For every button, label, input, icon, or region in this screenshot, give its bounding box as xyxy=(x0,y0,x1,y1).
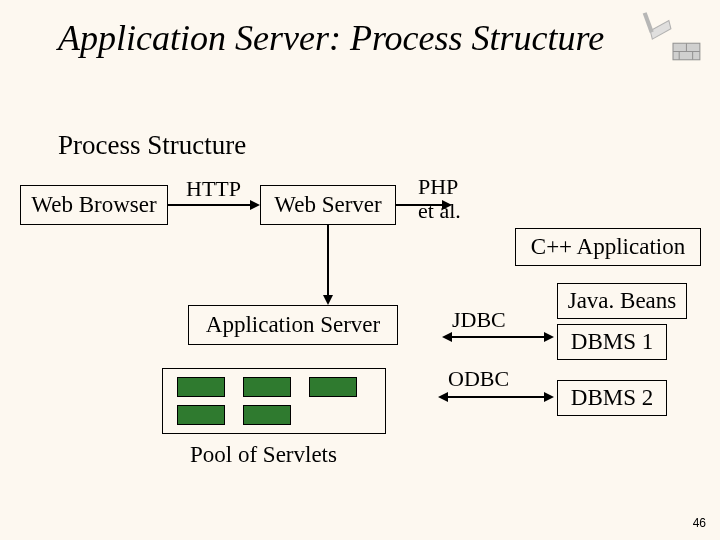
servlet-icon xyxy=(177,377,225,397)
edge-label-jdbc: JDBC xyxy=(452,307,506,333)
edge-label-php: PHPet al. xyxy=(418,175,461,223)
building-blocks-icon xyxy=(642,8,704,64)
node-label: DBMS 2 xyxy=(571,385,653,411)
servlet-icon xyxy=(243,405,291,425)
node-web-server: Web Server xyxy=(260,185,396,225)
svg-rect-6 xyxy=(643,12,654,33)
edge-label-http: HTTP xyxy=(186,176,241,202)
node-web-browser: Web Browser xyxy=(20,185,168,225)
node-application-server: Application Server xyxy=(188,305,398,345)
edge-label-odbc: ODBC xyxy=(448,366,509,392)
node-cpp-application: C++ Application xyxy=(515,228,701,266)
servlet-icon xyxy=(243,377,291,397)
node-label: C++ Application xyxy=(531,234,685,260)
node-label: Web Browser xyxy=(31,192,156,218)
node-dbms-2: DBMS 2 xyxy=(557,380,667,416)
section-heading: Process Structure xyxy=(58,130,246,161)
node-label: Java. Beans xyxy=(568,288,677,314)
node-javabeans: Java. Beans xyxy=(557,283,687,319)
servlet-icon xyxy=(309,377,357,397)
node-dbms-1: DBMS 1 xyxy=(557,324,667,360)
servlet-icon xyxy=(177,405,225,425)
slide-title: Application Server: Process Structure xyxy=(58,18,604,59)
node-label: Web Server xyxy=(274,192,381,218)
node-label: Application Server xyxy=(206,312,380,338)
svg-marker-5 xyxy=(650,21,671,40)
node-label: DBMS 1 xyxy=(571,329,653,355)
pool-of-servlets-box xyxy=(162,368,386,434)
page-number: 46 xyxy=(693,516,706,530)
pool-label: Pool of Servlets xyxy=(190,442,337,468)
